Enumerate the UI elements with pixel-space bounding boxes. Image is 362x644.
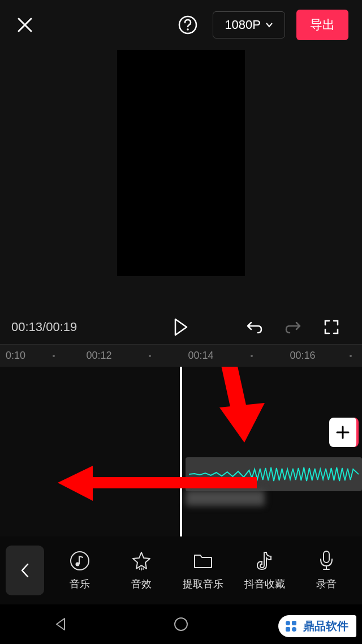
back-button[interactable] xyxy=(6,546,44,595)
play-button[interactable] xyxy=(165,311,197,343)
folder-icon xyxy=(192,550,214,572)
ruler-tick: 0:10 xyxy=(6,350,25,362)
svg-point-5 xyxy=(175,618,187,630)
sfx-tool[interactable]: 音效 xyxy=(111,550,172,591)
svg-point-10 xyxy=(292,627,296,632)
tool-label: 提取音乐 xyxy=(183,577,223,591)
audio-clip[interactable] xyxy=(186,457,362,491)
resolution-dropdown[interactable]: 1080P xyxy=(213,11,285,38)
svg-point-0 xyxy=(179,16,196,33)
chevron-down-icon xyxy=(265,22,273,28)
microphone-icon xyxy=(316,550,337,572)
nav-back-button[interactable] xyxy=(49,613,72,636)
annotation-arrow-down-icon xyxy=(186,367,265,458)
svg-rect-4 xyxy=(324,551,329,563)
waveform-icon xyxy=(189,466,359,483)
svg-rect-9 xyxy=(286,627,290,632)
record-tool[interactable]: 录音 xyxy=(296,550,356,591)
douyin-icon xyxy=(254,550,275,572)
music-note-icon xyxy=(69,550,90,572)
tool-label: 录音 xyxy=(316,577,337,591)
nav-home-button[interactable] xyxy=(170,613,192,636)
timeline-ruler[interactable]: 0:10 00:12 00:14 00:16 xyxy=(0,344,362,367)
star-icon xyxy=(131,550,152,572)
video-frame xyxy=(117,50,245,276)
audio-clip-label xyxy=(186,490,265,506)
ruler-tick: 00:12 xyxy=(86,350,111,362)
time-display: 00:13/00:19 xyxy=(11,320,77,334)
video-preview[interactable] xyxy=(0,50,362,310)
tool-label: 抖音收藏 xyxy=(244,577,285,591)
watermark-logo-icon xyxy=(284,619,299,634)
undo-button[interactable] xyxy=(239,311,270,343)
export-button[interactable]: 导出 xyxy=(296,10,348,40)
ruler-tick: 00:14 xyxy=(188,350,213,362)
close-button[interactable] xyxy=(14,14,36,36)
svg-point-7 xyxy=(286,621,290,625)
redo-button[interactable] xyxy=(277,311,309,343)
add-clip-button[interactable] xyxy=(329,418,359,447)
extract-music-tool[interactable]: 提取音乐 xyxy=(173,550,234,591)
tool-label: 音效 xyxy=(131,577,152,591)
svg-point-1 xyxy=(187,28,189,31)
tool-label: 音乐 xyxy=(70,577,90,591)
music-tool[interactable]: 音乐 xyxy=(50,550,110,591)
svg-rect-8 xyxy=(292,621,296,625)
watermark-badge: 鼎品软件 xyxy=(278,615,356,637)
resolution-label: 1080P xyxy=(225,18,261,32)
watermark-text: 鼎品软件 xyxy=(303,619,348,634)
help-button[interactable] xyxy=(176,14,199,36)
playhead[interactable] xyxy=(180,367,182,536)
ruler-tick: 00:16 xyxy=(290,350,315,362)
douyin-favorites-tool[interactable]: 抖音收藏 xyxy=(234,550,295,591)
fullscreen-button[interactable] xyxy=(316,311,347,343)
timeline-tracks[interactable] xyxy=(0,367,362,536)
